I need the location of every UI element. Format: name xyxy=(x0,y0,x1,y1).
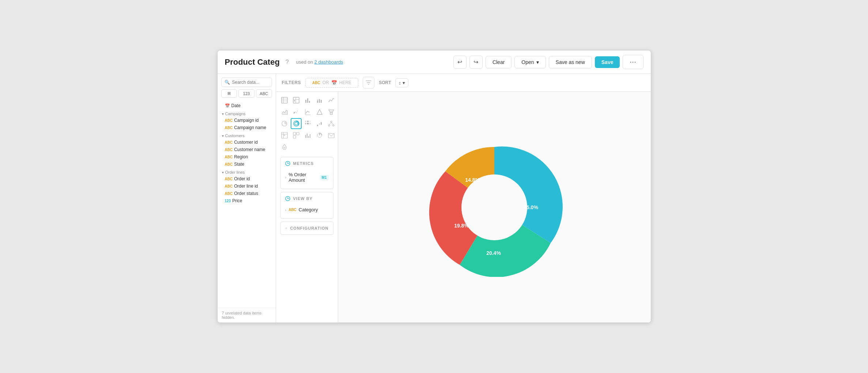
view-by-header[interactable]: VIEW BY xyxy=(281,192,333,205)
drag-zone[interactable]: ABC OR 📅 HERE xyxy=(305,78,358,88)
filter-icon-button[interactable] xyxy=(363,77,374,88)
chart-toolbar: FILTERS ABC OR 📅 HERE SORT ↕ ▾ xyxy=(276,74,651,92)
svg-rect-24 xyxy=(305,121,306,122)
type-filter-text[interactable]: ABC xyxy=(256,89,272,98)
configuration-header[interactable]: CONFIGURATION xyxy=(281,222,333,234)
abc-tag-icon: ABC xyxy=(225,177,233,181)
svg-rect-30 xyxy=(317,125,318,126)
svg-rect-45 xyxy=(305,135,306,138)
more-button[interactable]: ··· xyxy=(623,55,643,69)
svg-rect-27 xyxy=(305,123,306,124)
viz-waterfall[interactable] xyxy=(314,118,325,129)
viz-crosstab[interactable] xyxy=(279,130,290,141)
viz-donut[interactable] xyxy=(291,118,302,129)
dashboards-link[interactable]: 2 dashboards xyxy=(314,59,343,65)
sidebar-section-order-lines[interactable]: ▾ Order lines xyxy=(218,168,276,175)
donut-label-red: 19.8% xyxy=(454,223,469,229)
viz-envelope[interactable] xyxy=(326,130,337,141)
svg-rect-8 xyxy=(305,100,306,103)
sidebar-item-region[interactable]: ABC Region xyxy=(218,153,276,161)
viz-repeat[interactable] xyxy=(291,130,302,141)
viz-pyramid[interactable] xyxy=(314,106,325,117)
redo-button[interactable]: ↪ xyxy=(469,56,483,69)
sidebar-section-customers[interactable]: ▾ Customers xyxy=(218,131,276,139)
drag-calendar-icon: 📅 xyxy=(331,80,337,86)
clear-button[interactable]: Clear xyxy=(486,56,512,68)
type-filter-numeric[interactable]: 123 xyxy=(238,89,254,98)
metrics-header[interactable]: METRICS xyxy=(281,157,333,170)
viz-radial[interactable] xyxy=(314,130,325,141)
abc-tag-icon: ABC xyxy=(225,148,233,152)
type-filter-all[interactable]: ⊞ xyxy=(221,89,237,98)
sidebar-item-price[interactable]: 123 Price xyxy=(218,197,276,204)
search-box: 🔍 xyxy=(221,78,272,87)
abc-tag-icon: ABC xyxy=(225,155,233,159)
viz-heatmap[interactable] xyxy=(302,118,313,129)
donut-hole xyxy=(461,174,527,240)
sidebar-item-label: Date xyxy=(231,103,241,108)
header-actions: ↩ ↪ Clear Open ▾ Save as new Save ··· xyxy=(453,55,644,69)
sort-label: SORT xyxy=(379,80,391,85)
metrics-body: › % Order Amount M1 xyxy=(281,170,333,189)
viz-bar[interactable] xyxy=(302,95,313,106)
search-icon: 🔍 xyxy=(224,80,230,85)
viz-table[interactable] xyxy=(279,95,290,106)
redo-icon: ↪ xyxy=(473,59,478,65)
open-label: Open xyxy=(521,59,534,65)
sidebar-item-date[interactable]: 📅 Date xyxy=(218,102,276,109)
viz-small-bar[interactable] xyxy=(302,130,313,141)
drag-or-text: OR xyxy=(322,80,329,85)
viz-scatter[interactable] xyxy=(291,106,302,117)
viz-funnel[interactable] xyxy=(326,106,337,117)
sidebar-item-customer-id[interactable]: ABC Customer id xyxy=(218,139,276,146)
donut-label-blue: 45.0% xyxy=(524,204,538,210)
view-by-icon xyxy=(285,196,290,201)
numeric-tag-icon: 123 xyxy=(225,199,231,203)
sidebar-item-state[interactable]: ABC State xyxy=(218,161,276,168)
used-on-text: used on 2 dashboards xyxy=(296,59,343,65)
section-label: Customers xyxy=(225,133,245,138)
sidebar-item-campaign-id[interactable]: ABC Campaign id xyxy=(218,117,276,124)
svg-rect-13 xyxy=(319,99,320,103)
sidebar-item-label: Campaign name xyxy=(234,125,266,130)
viz-pivot-table[interactable] xyxy=(291,95,302,106)
sidebar-item-customer-name[interactable]: ABC Customer name xyxy=(218,146,276,153)
svg-rect-0 xyxy=(282,97,287,103)
app-container: Product Categ ? used on 2 dashboards ↩ ↪… xyxy=(217,50,651,323)
viz-pie xyxy=(279,118,290,129)
svg-rect-20 xyxy=(330,112,332,114)
viz-stacked-bar[interactable] xyxy=(314,95,325,106)
filters-label: FILTERS xyxy=(282,80,301,85)
viz-map[interactable] xyxy=(279,142,290,152)
main-layout: 🔍 ⊞ 123 ABC 📅 Date ▾ Campaigns xyxy=(218,74,651,323)
sidebar-item-order-line-id[interactable]: ABC Order line id xyxy=(218,182,276,190)
metric-order-amount[interactable]: › % Order Amount M1 xyxy=(285,170,329,185)
svg-point-33 xyxy=(331,121,332,123)
svg-rect-31 xyxy=(319,123,320,125)
svg-rect-43 xyxy=(297,132,299,135)
sidebar-section-campaigns[interactable]: ▾ Campaigns xyxy=(218,109,276,117)
viz-area[interactable] xyxy=(279,106,290,117)
viz-line[interactable] xyxy=(326,95,337,106)
viz-type-grid xyxy=(279,95,335,152)
search-input[interactable] xyxy=(232,80,269,85)
sidebar-item-campaign-name[interactable]: ABC Campaign name xyxy=(218,124,276,131)
sidebar-item-order-status[interactable]: ABC Order status xyxy=(218,190,276,197)
view-by-category[interactable]: › ABC Category xyxy=(285,205,329,215)
svg-rect-32 xyxy=(321,122,322,125)
undo-button[interactable]: ↩ xyxy=(453,56,467,69)
svg-point-51 xyxy=(284,147,285,148)
save-as-new-button[interactable]: Save as new xyxy=(549,56,592,68)
svg-rect-47 xyxy=(308,136,309,138)
sidebar-item-order-id[interactable]: ABC Order id xyxy=(218,175,276,182)
viz-network[interactable] xyxy=(326,118,337,129)
open-button[interactable]: Open ▾ xyxy=(514,56,546,68)
sort-button[interactable]: ↕ ▾ xyxy=(395,78,408,87)
help-icon[interactable]: ? xyxy=(286,59,289,65)
abc-tag-icon: ABC xyxy=(225,126,233,130)
donut-chart: 45.0% 20.4% 19.8% 14.8% xyxy=(425,138,564,277)
save-button[interactable]: Save xyxy=(595,56,620,68)
sidebar-item-label: Order line id xyxy=(234,184,258,189)
date-icon: 📅 xyxy=(225,103,230,108)
viz-combo[interactable] xyxy=(302,106,313,117)
